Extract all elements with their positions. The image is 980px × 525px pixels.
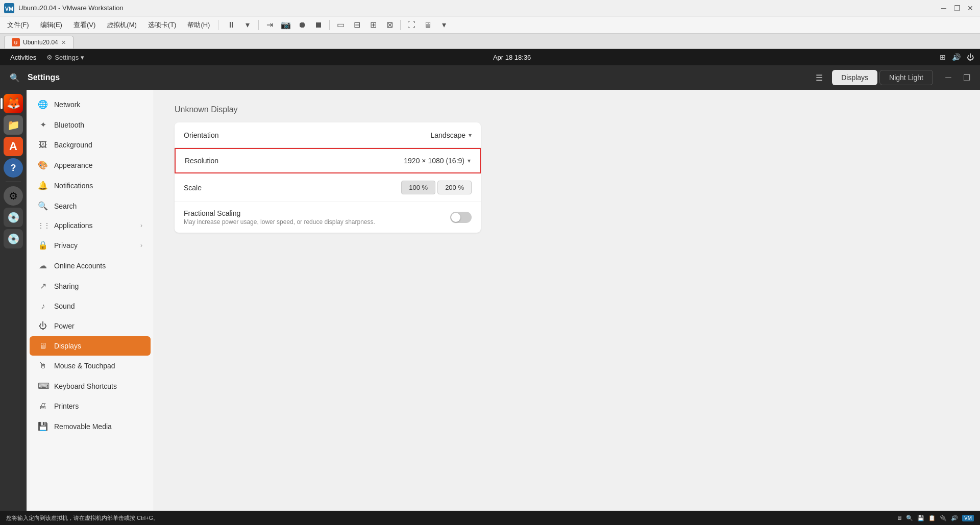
menu-vm[interactable]: 虚拟机(M) <box>102 18 142 32</box>
sidebar-label-printers: Printers <box>54 402 79 410</box>
toolbar-single-btn[interactable]: ▭ <box>333 18 348 32</box>
orientation-dropdown-arrow: ▾ <box>469 132 472 139</box>
dock-files[interactable]: 📁 <box>4 115 23 135</box>
sharing-icon: ↗ <box>38 281 48 291</box>
toolbar-screenshot-btn[interactable]: 📷 <box>278 18 293 32</box>
settings-arrow-icon: ▾ <box>81 54 84 61</box>
ubuntu-statusbar: 您将输入定向到该虚拟机，请在虚拟机内部单击或按 Ctrl+G。 🖥 🔍 💾 📋 … <box>0 511 980 525</box>
vmware-close-btn[interactable]: ✕ <box>965 3 976 14</box>
sidebar-item-background[interactable]: 🖼 Background <box>30 135 151 155</box>
search-icon: 🔍 <box>38 201 48 211</box>
settings-minimize-btn[interactable]: ─ <box>941 70 955 85</box>
vmware-minimize-btn[interactable]: ─ <box>938 3 949 14</box>
toolbar-fullscreen-btn[interactable]: ⛶ <box>404 18 419 32</box>
keyboard-icon: ⌨ <box>38 381 48 391</box>
toolbar-display-btn[interactable]: 🖥 <box>420 18 435 32</box>
dock-dvd2[interactable]: 💿 <box>4 229 23 248</box>
dock-settings[interactable]: ⚙ <box>4 186 23 206</box>
panel-datetime[interactable]: Apr 18 18:36 <box>84 54 940 61</box>
statusbar-floppy-icon: 📋 <box>928 515 936 521</box>
toolbar-display-dropdown-btn[interactable]: ▾ <box>436 18 452 32</box>
sidebar-label-mouse-touchpad: Mouse & Touchpad <box>54 362 115 370</box>
toolbar-grid-btn[interactable]: ⊞ <box>365 18 381 32</box>
dock-help[interactable]: ? <box>4 158 23 178</box>
toolbar-split-btn[interactable]: ⊟ <box>349 18 364 32</box>
network-status-icon[interactable]: ⊞ <box>940 53 946 61</box>
sidebar-item-privacy[interactable]: 🔒 Privacy › <box>30 235 151 255</box>
fractional-scaling-row: Fractional Scaling May increase power us… <box>175 202 481 233</box>
orientation-value: Landscape ▾ <box>430 131 472 139</box>
vmware-icon: VM <box>4 3 14 13</box>
dock-appstore[interactable]: A <box>4 137 23 156</box>
settings-maximize-btn[interactable]: ❐ <box>960 70 974 85</box>
settings-indicator[interactable]: ⚙ Settings ▾ <box>46 54 84 61</box>
sidebar-item-appearance[interactable]: 🎨 Appearance <box>30 155 151 175</box>
toolbar-record-btn[interactable]: ⏺ <box>295 18 310 32</box>
sidebar-item-sharing[interactable]: ↗ Sharing <box>30 276 151 296</box>
sidebar-item-network[interactable]: 🌐 Network <box>30 94 151 114</box>
scale-200-btn[interactable]: 200 % <box>437 181 472 194</box>
vm-tab-ubuntu[interactable]: U Ubuntu20.04 ✕ <box>4 36 74 48</box>
toolbar-dropdown-btn[interactable]: ▾ <box>240 18 255 32</box>
vmware-maximize-btn[interactable]: ❐ <box>951 3 963 14</box>
orientation-row: Orientation Landscape ▾ <box>175 122 481 148</box>
scale-buttons: 100 % 200 % <box>401 181 472 194</box>
toolbar-record2-btn[interactable]: ⏹ <box>311 18 326 32</box>
menu-file[interactable]: 文件(F) <box>2 18 34 32</box>
toolbar-pause-btn[interactable]: ⏸ <box>224 18 239 32</box>
fractional-scaling-toggle[interactable] <box>450 212 472 223</box>
settings-title: Settings <box>28 73 806 82</box>
statusbar-icons: 🖥 🔍 💾 📋 🔌 🔊 VM <box>896 515 974 521</box>
sidebar-item-sound[interactable]: ♪ Sound <box>30 296 151 316</box>
settings-search-button[interactable]: 🔍 <box>6 69 23 86</box>
sidebar-item-removable-media[interactable]: 💾 Removable Media <box>30 416 151 436</box>
sidebar-item-online-accounts[interactable]: ☁ Online Accounts <box>30 256 151 276</box>
sidebar-item-mouse-touchpad[interactable]: 🖱 Mouse & Touchpad <box>30 356 151 376</box>
online-accounts-icon: ☁ <box>38 261 48 270</box>
menu-edit[interactable]: 编辑(E) <box>35 18 67 32</box>
power-menu-icon[interactable]: ⏻ <box>967 53 974 61</box>
sidebar-item-power[interactable]: ⏻ Power <box>30 316 151 336</box>
sidebar-label-sound: Sound <box>54 302 75 310</box>
dock-firefox[interactable]: 🦊 <box>4 94 23 113</box>
dock-dvd1[interactable]: 💿 <box>4 208 23 227</box>
resolution-dropdown[interactable]: 1920 × 1080 (16:9) ▾ <box>404 157 471 165</box>
vm-tab-close[interactable]: ✕ <box>61 39 66 46</box>
statusbar-vm-icon: VM <box>962 515 974 521</box>
sidebar-item-keyboard-shortcuts[interactable]: ⌨ Keyboard Shortcuts <box>30 376 151 396</box>
statusbar-usb-icon: 🔌 <box>940 515 947 521</box>
sidebar-item-notifications[interactable]: 🔔 Notifications <box>30 176 151 195</box>
sidebar-item-displays[interactable]: 🖥 Displays <box>30 336 151 356</box>
sidebar-item-applications[interactable]: ⋮⋮ Applications › <box>30 216 151 235</box>
notifications-icon: 🔔 <box>38 181 48 190</box>
bluetooth-icon: ✦ <box>38 120 48 130</box>
sidebar-label-privacy: Privacy <box>54 241 78 249</box>
hamburger-button[interactable]: ☰ <box>811 69 828 86</box>
displays-icon: 🖥 <box>38 341 48 351</box>
toolbar-group-1: ⏸ ▾ <box>224 18 255 32</box>
sidebar-item-search[interactable]: 🔍 Search <box>30 196 151 216</box>
activities-button[interactable]: Activities <box>6 52 40 63</box>
statusbar-text: 您将输入定向到该虚拟机，请在虚拟机内部单击或按 Ctrl+G。 <box>6 514 896 522</box>
tab-night-light[interactable]: Night Light <box>879 70 933 85</box>
sidebar-label-network: Network <box>54 101 80 109</box>
display-section: Unknown Display Orientation Landscape ▾ <box>175 105 481 233</box>
orientation-dropdown[interactable]: Landscape ▾ <box>430 131 472 139</box>
statusbar-monitor-icon: 🖥 <box>896 515 902 521</box>
volume-icon[interactable]: 🔊 <box>952 53 961 61</box>
menu-view[interactable]: 查看(V) <box>68 18 101 32</box>
menu-tabs[interactable]: 选项卡(T) <box>143 18 182 32</box>
mouse-icon: 🖱 <box>38 361 48 370</box>
tab-displays[interactable]: Displays <box>832 70 877 85</box>
sidebar-item-bluetooth[interactable]: ✦ Bluetooth <box>30 115 151 135</box>
toolbar-send-btn[interactable]: ⇥ <box>262 18 277 32</box>
menu-help[interactable]: 帮助(H) <box>182 18 215 32</box>
privacy-icon: 🔒 <box>38 240 48 250</box>
ubuntu-panel: Activities ⚙ Settings ▾ Apr 18 18:36 ⊞ 🔊… <box>0 49 980 65</box>
scale-100-btn[interactable]: 100 % <box>401 181 435 194</box>
sidebar-label-online-accounts: Online Accounts <box>54 262 106 270</box>
toolbar-x-btn[interactable]: ⊠ <box>382 18 397 32</box>
header-tabs: Displays Night Light <box>832 70 933 85</box>
sidebar-item-printers[interactable]: 🖨 Printers <box>30 396 151 416</box>
background-icon: 🖼 <box>38 140 48 149</box>
